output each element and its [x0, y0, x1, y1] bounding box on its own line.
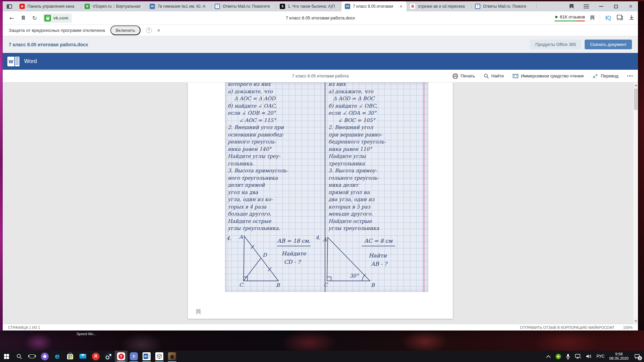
site-reviews-button[interactable]: ★ 61К отзывов	[554, 14, 585, 21]
translate-button[interactable]: яa Перевод	[592, 73, 618, 79]
yandex-red-icon	[92, 353, 100, 360]
alice-iq-button[interactable]: IQ	[605, 15, 611, 21]
find-button[interactable]: Найти	[484, 73, 504, 79]
help-icon[interactable]: ?	[146, 27, 152, 33]
taskbar-word[interactable]: W	[140, 351, 153, 362]
scroll-down-button[interactable]	[633, 318, 638, 324]
zoom-level[interactable]: 100%	[623, 325, 633, 329]
tab-title: Панель управления кана	[28, 4, 78, 9]
antivirus-tray-button[interactable]	[555, 354, 561, 359]
omnibox-page-title: 7 класс 8.05 итоговая работа.docx	[3, 15, 638, 20]
page-count-label: СТРАНИЦА 1 ИЗ 1	[8, 325, 40, 329]
print-button[interactable]: Печать	[452, 73, 475, 79]
taskbar-steam[interactable]	[102, 351, 115, 362]
network-tray-button[interactable]	[575, 354, 581, 359]
tab-close-icon[interactable]: ✕	[399, 4, 403, 9]
book-icon	[513, 73, 519, 79]
clock[interactable]: 9:58 08.05.2020	[609, 352, 629, 361]
taskbar-edge[interactable]: e	[51, 351, 64, 362]
add-bookmark-icon[interactable]	[590, 15, 594, 20]
url-field[interactable]: vk.com	[43, 13, 72, 23]
taskbar-yandex-browser-active[interactable]	[115, 351, 127, 362]
download-document-button[interactable]: Скачать документ	[585, 40, 632, 49]
yandex-home-button[interactable]: Я	[17, 12, 29, 24]
downloads-button[interactable]	[629, 14, 635, 22]
tab-otvety-mailru-2[interactable]: Ответы Mail.ru: Помоги	[472, 1, 537, 11]
enable-protection-button[interactable]: Включить	[110, 25, 141, 35]
hidden-icons-button[interactable]	[546, 355, 551, 358]
taskbar-yandex-disk[interactable]	[38, 351, 51, 362]
taskbar-microsoft-store[interactable]	[64, 351, 76, 362]
speaker-icon	[586, 354, 592, 359]
notebook-fold-line	[324, 82, 326, 292]
scan-line: основании равнобед-	[228, 131, 323, 139]
more-options-button[interactable]	[627, 75, 633, 77]
task-number: 4.	[316, 235, 320, 241]
scan-line: ника делит	[328, 182, 424, 189]
send-feedback-link[interactable]: ОТПРАВИТЬ ОТЗЫВ В КОРПОРАЦИЮ МАЙКРОСОФТ	[520, 325, 614, 329]
start-button[interactable]	[0, 351, 13, 362]
taskbar-discord[interactable]	[127, 351, 140, 362]
find-verb: Найдите	[282, 250, 307, 257]
find-ab: AB - ?	[371, 261, 388, 267]
minimize-button[interactable]	[594, 1, 608, 11]
maximize-button[interactable]	[608, 1, 623, 11]
find-verb: Найти	[369, 252, 387, 259]
action-center-button[interactable]: 2	[633, 353, 641, 360]
scan-line: Δ AOC = Δ AOD	[228, 95, 323, 103]
office365-products-button[interactable]: Продукты Office 365	[530, 40, 581, 49]
task-view-button[interactable]	[25, 351, 38, 362]
tab-vk-gymnasium[interactable]: 7в гимназия №1 им. Ю. А	[146, 1, 211, 11]
taskbar-3d-viewer[interactable]	[153, 351, 166, 362]
taskbar-mail[interactable]	[76, 351, 89, 362]
triangle-figure-left	[244, 236, 278, 281]
immersive-reader-button[interactable]: Иммерсивное средство чтения	[513, 73, 584, 79]
mail-icon	[79, 354, 86, 359]
refresh-button[interactable]: ↻	[29, 12, 40, 24]
given-ab: AB = 18 см.	[277, 238, 311, 244]
printer-icon	[452, 73, 458, 79]
tab-znanija[interactable]: 1. Что такое былина: А)П	[276, 1, 341, 11]
scroll-up-button[interactable]	[633, 82, 638, 88]
vsopen-icon	[85, 4, 90, 9]
close-window-button[interactable]: ✕	[623, 1, 638, 11]
scan-line: треугольника	[328, 160, 424, 168]
vk-bookmark-icon[interactable]	[196, 309, 201, 315]
star-icon: ★	[554, 14, 558, 19]
back-button[interactable]: ←	[6, 12, 17, 24]
maximize-icon	[614, 5, 618, 8]
wallpaper-left-strip	[0, 0, 3, 330]
side-panel-icon	[7, 4, 12, 9]
taskbar-game[interactable]	[166, 351, 178, 362]
steam-icon	[105, 353, 112, 360]
warning-text: Защита от вредоносных программ отключена	[9, 28, 105, 33]
tab-yandex-search[interactable]: отрезки ав и cd пересека	[407, 1, 472, 11]
tab-active-itogovaya[interactable]: 7 класс 8.05 итоговая ✕	[341, 1, 407, 11]
browser-menu-button[interactable]	[579, 1, 594, 11]
scan-line: торых в 4 раза	[228, 203, 323, 211]
given-ac: AC = 8 см	[364, 238, 393, 244]
scan-line: гольника.	[228, 160, 323, 168]
scan-line: которого из них	[228, 82, 323, 88]
dismiss-warning-icon[interactable]: ✕	[157, 28, 160, 33]
document-viewport: которого из ниха) докажите, что Δ AOC = …	[3, 82, 638, 324]
desktop-shortcut-label[interactable]: Speed Mo...	[76, 332, 96, 336]
language-indicator[interactable]: РУС	[596, 354, 604, 359]
vertex-c-label: C	[239, 282, 244, 288]
tab-youtube-dashboard[interactable]: Панель управления кана	[16, 1, 81, 11]
scan-line: делит прямой	[228, 182, 323, 189]
taskbar-search-button[interactable]	[13, 351, 25, 362]
bookmarks-panel-button[interactable]	[564, 1, 579, 11]
taskbar-yandex-app[interactable]	[89, 351, 102, 362]
microphone-tray-button[interactable]	[566, 354, 570, 359]
collections-button[interactable]	[616, 14, 623, 22]
volume-tray-button[interactable]	[586, 354, 592, 359]
address-bar-actions: ★ 61К отзывов IQ	[554, 14, 635, 22]
tab-vsopen[interactable]: VSopen.ru :: Виртуальная	[81, 1, 146, 11]
tab-title: 7 класс 8.05 итоговая	[353, 4, 396, 9]
sidebar-panel-button[interactable]	[3, 1, 16, 11]
page-scrollbar[interactable]	[633, 82, 638, 324]
scrollbar-thumb[interactable]	[634, 88, 638, 110]
scan-line: б) найдите ∠ OAC,	[228, 103, 323, 110]
tab-otvety-mailru-1[interactable]: Ответы Mail.ru: Помогите	[211, 1, 276, 11]
